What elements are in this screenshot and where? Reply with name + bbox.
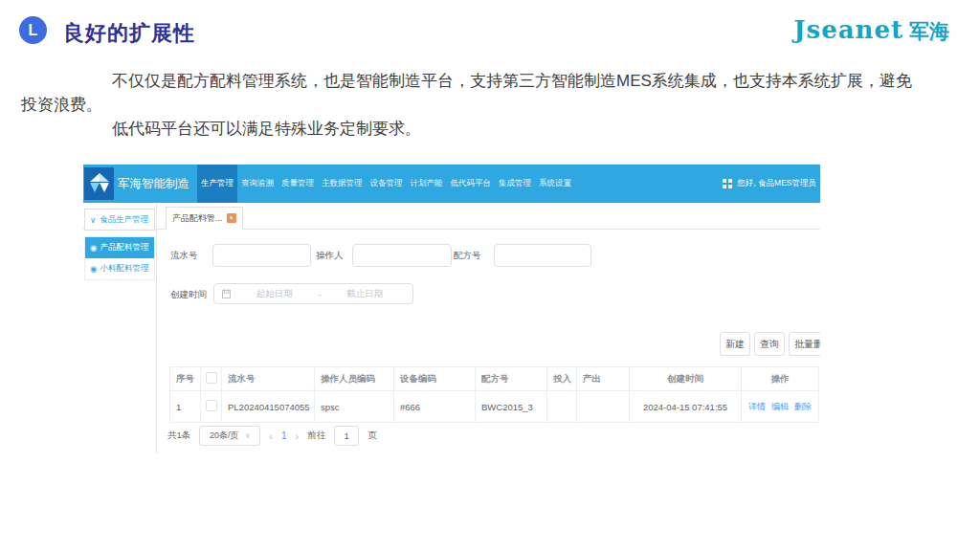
logo-text-cn: 军海 bbox=[909, 18, 949, 45]
sidebar-item-label: 小料配料管理 bbox=[100, 263, 148, 275]
date-start-placeholder: 起始日期 bbox=[234, 288, 314, 300]
prev-page-icon[interactable]: ‹ bbox=[269, 430, 273, 442]
col-actions: 操作 bbox=[742, 367, 819, 391]
cell-equipment: #666 bbox=[394, 391, 476, 423]
body-text: 不仅仅是配方配料管理系统，也是智能制造平台，支持第三方智能制造MES系统集成，也… bbox=[21, 69, 923, 141]
cell-operator: spsc bbox=[315, 391, 394, 423]
table-row: 1 PL20240415074055 spsc #666 BWC2015_3 2… bbox=[170, 391, 819, 423]
col-created: 创建时间 bbox=[630, 367, 742, 391]
page-title: 良好的扩展性 bbox=[63, 19, 195, 48]
action-buttons: 新建 查询 批量删除 bbox=[720, 332, 820, 356]
row-checkbox[interactable] bbox=[206, 400, 217, 411]
delete-link[interactable]: 删除 bbox=[794, 402, 812, 411]
serial-input[interactable] bbox=[212, 244, 311, 267]
app-screenshot: 军海智能制造 生产管理 查询追溯 质量管理 主数据管理 设备管理 计划产能 低代… bbox=[83, 165, 820, 453]
sidebar-items: ◉ 产品配料管理 ◉ 小料配料管理 bbox=[84, 236, 155, 280]
col-equipment: 设备编码 bbox=[394, 367, 476, 391]
nav-item-settings[interactable]: 系统设置 bbox=[535, 165, 575, 203]
bullet-icon: L bbox=[19, 16, 47, 44]
chevron-down-icon: ∨ bbox=[90, 215, 96, 225]
nav-item-integration[interactable]: 集成管理 bbox=[495, 165, 535, 203]
date-end-placeholder: 截止日期 bbox=[325, 288, 405, 300]
sidebar-item-product-batching[interactable]: ◉ 产品配料管理 bbox=[85, 237, 154, 258]
user-greeting[interactable]: 您好, 食品MES管理员 bbox=[737, 178, 816, 189]
col-output: 产出 bbox=[577, 367, 630, 391]
detail-link[interactable]: 详情 bbox=[748, 402, 766, 411]
tab-product-batching[interactable]: 产品配料管... × bbox=[166, 207, 243, 230]
total-count: 共1条 bbox=[167, 430, 190, 442]
paragraph-2: 低代码平台还可以满足特殊业务定制要求。 bbox=[21, 117, 923, 141]
sidebar-divider bbox=[156, 203, 157, 453]
nav-item-master-data[interactable]: 主数据管理 bbox=[318, 165, 367, 203]
app-nav: 生产管理 查询追溯 质量管理 主数据管理 设备管理 计划产能 低代码平台 集成管… bbox=[197, 165, 575, 203]
nav-item-capacity[interactable]: 计划产能 bbox=[407, 165, 447, 203]
batch-delete-button[interactable]: 批量删除 bbox=[789, 332, 820, 356]
tab-label: 产品配料管... bbox=[172, 212, 223, 225]
grid-icon[interactable] bbox=[723, 179, 732, 188]
date-range-picker[interactable]: 起始日期 - 截止日期 bbox=[213, 283, 413, 304]
user-area: 您好, 食品MES管理员 bbox=[723, 165, 816, 203]
calendar-icon bbox=[222, 289, 231, 298]
tab-bar: 产品配料管... × bbox=[83, 203, 820, 230]
goto-label: 前往 bbox=[307, 430, 325, 442]
nav-item-equipment[interactable]: 设备管理 bbox=[367, 165, 407, 203]
app-header: 军海智能制造 生产管理 查询追溯 质量管理 主数据管理 设备管理 计划产能 低代… bbox=[83, 165, 820, 203]
nav-item-trace[interactable]: 查询追溯 bbox=[237, 165, 278, 203]
table-header-row: 序号 流水号 操作人员编码 设备编码 配方号 投入 产出 创建时间 操作 bbox=[170, 367, 819, 391]
cell-recipe: BWC2015_3 bbox=[476, 391, 547, 423]
col-operator: 操作人员编码 bbox=[315, 367, 394, 391]
sidebar-item-minor-batching[interactable]: ◉ 小料配料管理 bbox=[85, 258, 154, 279]
paragraph-1: 不仅仅是配方配料管理系统，也是智能制造平台，支持第三方智能制造MES系统集成，也… bbox=[21, 69, 923, 117]
col-recipe: 配方号 bbox=[476, 367, 547, 391]
created-time-label: 创建时间 bbox=[170, 289, 207, 301]
brand-logo-icon bbox=[84, 167, 114, 200]
data-table: 序号 流水号 操作人员编码 设备编码 配方号 投入 产出 创建时间 操作 1 P… bbox=[169, 366, 819, 423]
recipe-input[interactable] bbox=[494, 244, 591, 267]
nav-item-quality[interactable]: 质量管理 bbox=[278, 165, 318, 203]
sidebar-group-label: 食品生产管理 bbox=[100, 214, 148, 226]
page-number[interactable]: 1 bbox=[281, 430, 287, 441]
logo-text-en: Jseanet bbox=[793, 15, 903, 44]
app-brand-name: 军海智能制造 bbox=[118, 176, 189, 192]
sidebar-item-label: 产品配料管理 bbox=[100, 242, 148, 253]
page-unit-label: 页 bbox=[368, 430, 377, 442]
item-bullet-icon: ◉ bbox=[90, 243, 97, 253]
select-all-checkbox[interactable] bbox=[206, 372, 217, 384]
operator-input[interactable] bbox=[352, 244, 452, 267]
pagination: 共1条 20条/页 ∨ ‹ 1 › 前往 页 bbox=[167, 426, 377, 446]
nav-item-production[interactable]: 生产管理 bbox=[197, 165, 237, 203]
cell-serial: PL20240415074055 bbox=[222, 391, 315, 423]
next-page-icon[interactable]: › bbox=[296, 430, 300, 442]
cell-no: 1 bbox=[170, 391, 201, 423]
cell-input bbox=[547, 391, 577, 423]
date-separator: - bbox=[318, 289, 321, 299]
page-size-select[interactable]: 20条/页 ∨ bbox=[199, 426, 260, 446]
company-logo: Jseanet 军海 bbox=[793, 15, 949, 45]
goto-page-input[interactable] bbox=[334, 426, 359, 446]
serial-label: 流水号 bbox=[170, 250, 198, 262]
col-no: 序号 bbox=[170, 367, 201, 391]
page-size-value: 20条/页 bbox=[210, 430, 239, 442]
edit-link[interactable]: 编辑 bbox=[771, 402, 789, 411]
cell-created: 2024-04-15 07:41:55 bbox=[630, 391, 742, 423]
operator-label: 操作人 bbox=[316, 250, 344, 262]
nav-item-lowcode[interactable]: 低代码平台 bbox=[447, 165, 496, 203]
close-icon[interactable]: × bbox=[227, 213, 236, 223]
sidebar-group-food-production[interactable]: ∨ 食品生产管理 bbox=[84, 209, 155, 231]
recipe-label: 配方号 bbox=[454, 250, 481, 262]
new-button[interactable]: 新建 bbox=[720, 332, 750, 356]
cell-output bbox=[577, 391, 630, 423]
query-button[interactable]: 查询 bbox=[754, 332, 785, 356]
slide: L 良好的扩展性 Jseanet 军海 不仅仅是配方配料管理系统，也是智能制造平… bbox=[0, 0, 980, 551]
col-input: 投入 bbox=[547, 367, 577, 391]
col-serial: 流水号 bbox=[222, 367, 315, 391]
item-bullet-icon: ◉ bbox=[90, 264, 97, 274]
chevron-down-icon: ∨ bbox=[245, 431, 251, 440]
